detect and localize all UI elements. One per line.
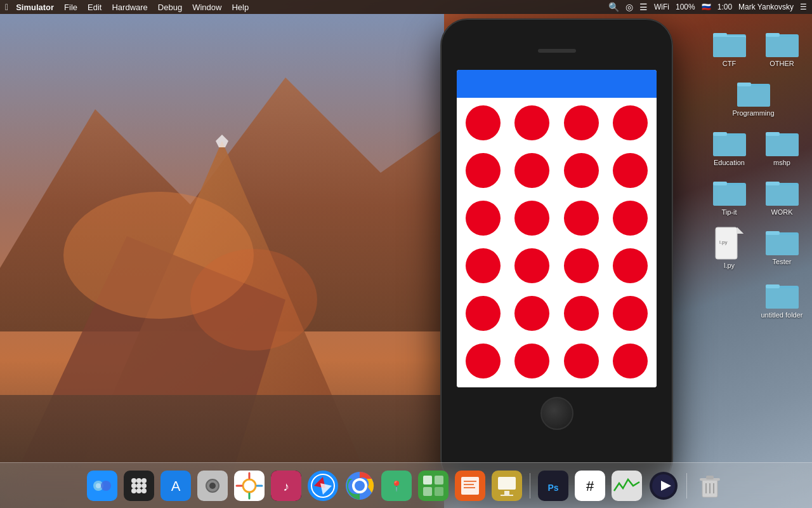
phone-simulator — [441, 19, 672, 486]
dot-6-1[interactable] — [466, 344, 501, 378]
dock-trash[interactable] — [693, 469, 726, 502]
svg-point-74 — [355, 481, 365, 491]
menu-help[interactable]: Help — [232, 3, 249, 12]
svg-rect-80 — [423, 487, 432, 496]
desktop-icons: CTF OTHER Programming — [695, 19, 812, 328]
desktop-icon-other[interactable]: OTHER — [758, 25, 806, 70]
dot-4-2[interactable] — [514, 248, 549, 283]
dot-6-2[interactable] — [514, 344, 549, 378]
dot-5-2[interactable] — [514, 296, 549, 331]
menubar-right: 🔍 ◎ ☰ WiFi 100% 🇷🇺 1:00 Mark Yankovsky ☰ — [608, 2, 807, 12]
dock-safari[interactable] — [306, 469, 339, 502]
svg-marker-32 — [737, 227, 743, 234]
dot-4-1[interactable] — [466, 248, 501, 283]
dot-5-4[interactable] — [613, 296, 648, 331]
username[interactable]: Mark Yankovsky — [738, 3, 794, 11]
menu-window[interactable]: Window — [192, 3, 221, 12]
siri-icon[interactable]: ◎ — [625, 2, 633, 12]
battery-indicator: 100% — [676, 3, 695, 11]
wifi-icon[interactable]: WiFi — [654, 3, 669, 11]
dock-slack[interactable]: # — [573, 469, 606, 502]
dot-2-4[interactable] — [613, 153, 648, 188]
dock-activity-monitor[interactable] — [610, 469, 643, 502]
dock: A ♪ — [0, 462, 812, 508]
spotlight-icon[interactable]: 🔍 — [608, 2, 619, 12]
notification-center-icon[interactable]: ☰ — [800, 3, 807, 11]
home-button[interactable] — [540, 397, 573, 430]
dot-5-3[interactable] — [564, 296, 599, 331]
desktop-icon-untitled-folder[interactable]: untitled folder — [758, 277, 806, 321]
dock-finder[interactable] — [86, 469, 119, 502]
dot-2-1[interactable] — [466, 153, 501, 188]
dot-1-1[interactable] — [466, 105, 501, 140]
dock-launchpad[interactable] — [122, 469, 155, 502]
svg-rect-20 — [713, 136, 746, 156]
menu-file[interactable]: File — [64, 3, 77, 12]
svg-rect-101 — [706, 476, 714, 479]
dock-photos[interactable] — [233, 469, 266, 502]
svg-point-42 — [101, 481, 111, 491]
dot-6-4[interactable] — [613, 344, 648, 378]
desktop-icon-education[interactable]: Education — [705, 124, 753, 169]
desktop-icon-lpy[interactable]: l.py l.py — [705, 224, 753, 272]
menu-simulator[interactable]: Simulator — [16, 3, 54, 12]
apple-menu[interactable]:  — [5, 2, 8, 12]
icon-label-other: OTHER — [769, 60, 794, 67]
svg-rect-84 — [464, 481, 476, 482]
dock-chrome[interactable] — [343, 469, 376, 502]
dot-1-3[interactable] — [564, 105, 599, 140]
clock: 1:00 — [717, 3, 732, 11]
dock-quicktime[interactable] — [647, 469, 680, 502]
svg-rect-79 — [435, 476, 443, 485]
svg-rect-90 — [501, 495, 513, 496]
icon-label-lpy: l.py — [724, 262, 735, 269]
desktop-icon-ctf[interactable]: CTF — [705, 25, 753, 70]
dot-1-2[interactable] — [514, 105, 549, 140]
dot-3-2[interactable] — [514, 201, 549, 236]
dock-numbers[interactable] — [417, 469, 450, 502]
svg-text:♪: ♪ — [283, 479, 289, 493]
menu-debug[interactable]: Debug — [158, 3, 182, 12]
dot-3-3[interactable] — [564, 201, 599, 236]
desktop-icon-mshp[interactable]: mshp — [758, 124, 806, 169]
dot-4-4[interactable] — [613, 248, 648, 283]
dock-pages[interactable] — [454, 469, 487, 502]
svg-point-43 — [96, 483, 101, 488]
svg-rect-78 — [423, 476, 432, 485]
svg-rect-86 — [464, 487, 475, 488]
menu-items: Simulator File Edit Hardware Debug Windo… — [16, 3, 249, 12]
desktop-icon-programming[interactable]: Programming — [701, 75, 806, 119]
svg-point-52 — [136, 488, 141, 493]
svg-text:A: A — [171, 478, 181, 494]
svg-point-45 — [131, 478, 136, 483]
svg-rect-39 — [766, 288, 799, 309]
dot-6-3[interactable] — [564, 344, 599, 378]
notification-icon[interactable]: ☰ — [639, 2, 648, 12]
dot-2-3[interactable] — [564, 153, 599, 188]
dock-keynote[interactable] — [490, 469, 523, 502]
dock-appstore[interactable]: A — [159, 469, 192, 502]
icon-label-programming: Programming — [732, 109, 774, 117]
desktop-icon-tip-it[interactable]: Tip-it — [705, 174, 753, 218]
svg-point-53 — [141, 488, 147, 493]
dot-2-2[interactable] — [514, 153, 549, 188]
desktop-icon-work[interactable]: WORK — [758, 174, 806, 218]
desktop-icon-tester[interactable]: Tester — [758, 224, 806, 272]
dot-3-4[interactable] — [613, 201, 648, 236]
icon-label-education: Education — [714, 159, 745, 166]
svg-text:#: # — [586, 478, 594, 494]
dot-4-3[interactable] — [564, 248, 599, 283]
menu-edit[interactable]: Edit — [88, 3, 102, 12]
dot-3-1[interactable] — [466, 201, 501, 236]
svg-rect-19 — [713, 132, 727, 136]
screen-content — [457, 98, 657, 387]
dot-5-1[interactable] — [466, 296, 501, 331]
dot-1-4[interactable] — [613, 105, 648, 140]
dock-photoshop[interactable]: Ps — [537, 469, 570, 502]
dock-music[interactable]: ♪ — [270, 469, 303, 502]
svg-rect-22 — [766, 132, 780, 136]
menu-hardware[interactable]: Hardware — [112, 3, 147, 12]
dock-system-prefs[interactable] — [196, 469, 229, 502]
dock-maps[interactable]: 📍 — [380, 469, 413, 502]
svg-rect-26 — [713, 185, 746, 206]
